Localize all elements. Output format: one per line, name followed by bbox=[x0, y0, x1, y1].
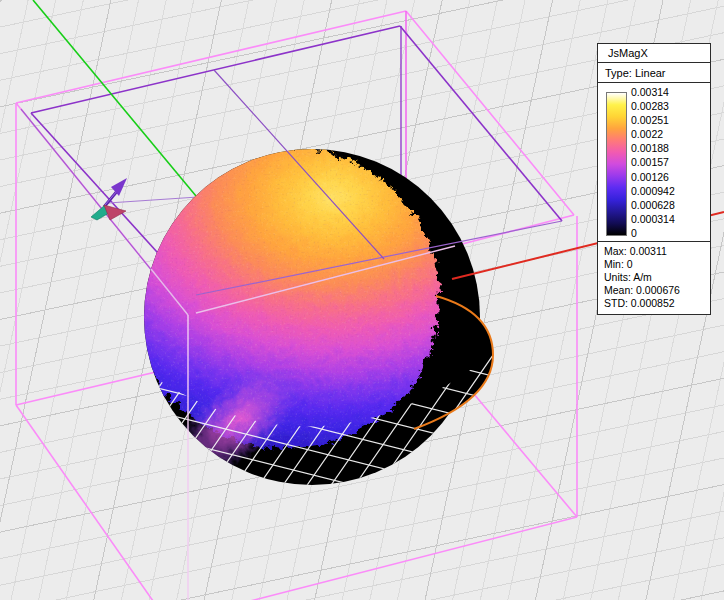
stat-max: Max: 0.00311 bbox=[604, 245, 710, 258]
legend-stats-section: Max: 0.00311 Min: 0 Units: A/m Mean: 0.0… bbox=[597, 241, 711, 315]
stat-units: Units: A/m bbox=[604, 271, 710, 284]
tick-label: 0.000628 bbox=[631, 199, 709, 211]
colorbar-tick-labels: 0.00314 0.00283 0.00251 0.0022 0.00188 0… bbox=[631, 86, 709, 239]
tick-label: 0.00314 bbox=[631, 86, 709, 98]
box-top-back-left-edge bbox=[16, 11, 406, 103]
legend-colorbar-section: 0.00314 0.00283 0.00251 0.0022 0.00188 0… bbox=[597, 82, 711, 242]
stat-min: Min: 0 bbox=[604, 258, 710, 271]
triad-x-arrow-icon bbox=[104, 205, 126, 220]
mesh-speckle-dark bbox=[129, 144, 437, 446]
tick-label: 0.00251 bbox=[631, 114, 709, 126]
3d-viewport[interactable]: JsMagX Type: Linear 0.00314 0.00283 0.00… bbox=[0, 0, 724, 600]
box-top-back-right-edge bbox=[406, 11, 574, 215]
tick-label: 0.00283 bbox=[631, 100, 709, 112]
tick-label: 0.0022 bbox=[631, 128, 709, 140]
colorbar bbox=[606, 92, 627, 236]
stat-mean: Mean: 0.000676 bbox=[604, 284, 710, 297]
legend-quantity-title: JsMagX bbox=[597, 43, 711, 63]
legend-scale-type: Type: Linear bbox=[597, 62, 711, 83]
box-bottom-front-right-edge bbox=[188, 517, 577, 600]
tick-label: 0.00188 bbox=[631, 142, 709, 154]
inner-box-top-back-left-edge bbox=[31, 26, 400, 113]
box-bottom-front-left-edge bbox=[16, 405, 188, 600]
inner-box-top-back-right-edge bbox=[400, 26, 562, 221]
stat-std: STD: 0.000852 bbox=[604, 297, 710, 310]
y-axis-line bbox=[33, 0, 196, 196]
tick-label: 0.000314 bbox=[631, 213, 709, 225]
tick-label: 0 bbox=[631, 227, 709, 239]
tick-label: 0.00126 bbox=[631, 171, 709, 183]
tick-label: 0.000942 bbox=[631, 185, 709, 197]
tick-label: 0.00157 bbox=[631, 156, 709, 168]
color-legend[interactable]: JsMagX Type: Linear 0.00314 0.00283 0.00… bbox=[597, 43, 711, 315]
